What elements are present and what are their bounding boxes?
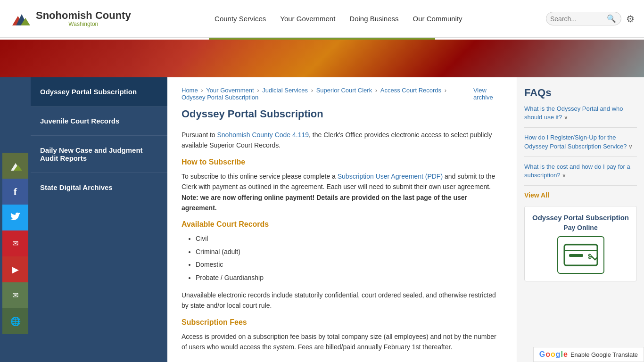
- intro-text-before: Pursuant to: [182, 131, 217, 139]
- breadcrumb-sep4: ›: [375, 87, 379, 94]
- bold-note: Note: we are now offering online payment…: [182, 194, 467, 212]
- breadcrumb-your-gov[interactable]: Your Government: [206, 87, 254, 94]
- faq-question-2[interactable]: How do I Register/Sign-Up for the Odysse…: [524, 133, 637, 150]
- record-criminal: Criminal (adult): [196, 247, 503, 257]
- available-records-heading: Available Court Records: [182, 220, 503, 229]
- breadcrumb-sep2: ›: [257, 87, 261, 94]
- logo-icon: [9, 8, 32, 30]
- payment-icon: $: [562, 241, 600, 269]
- sidebar-item-odyssey[interactable]: Odyssey Portal Subscription: [31, 77, 167, 107]
- nav-doing-business[interactable]: Doing Business: [349, 15, 398, 23]
- google-g-red2: e: [563, 350, 568, 359]
- search-input[interactable]: [550, 15, 607, 23]
- twitter-icon[interactable]: [2, 205, 28, 230]
- search-box: 🔍: [546, 12, 621, 25]
- page-title: Odyssey Portal Subscription: [182, 108, 503, 120]
- breadcrumb-sep5: ›: [445, 87, 446, 94]
- right-sidebar: FAQs What is the Odyssey Portal and who …: [517, 77, 644, 362]
- google-g-red: o: [545, 350, 550, 359]
- site-state: Washington: [36, 21, 131, 27]
- social-strip: f ✉ ▶ ✉ 🌐: [0, 153, 31, 334]
- logo-text: Snohomish County Washington: [36, 10, 131, 27]
- nav-county-services[interactable]: County Services: [215, 15, 266, 23]
- site-header: Snohomish County Washington County Servi…: [0, 0, 644, 38]
- header-right: 🔍 ⚙: [546, 12, 635, 25]
- pay-online-box: Odyssey Portal Subscription Pay Online $: [524, 206, 637, 281]
- chevron-down-icon-1: ∨: [564, 114, 568, 122]
- facebook-icon[interactable]: f: [2, 179, 28, 205]
- sidebar-item-daily-reports[interactable]: Daily New Case and Judgment Audit Report…: [31, 136, 167, 173]
- chevron-down-icon-3: ∨: [562, 172, 566, 180]
- globe-icon[interactable]: 🌐: [2, 308, 28, 334]
- breadcrumb-odyssey[interactable]: Odyssey Portal Subscription: [182, 94, 258, 101]
- google-g-blue2: g: [556, 350, 561, 359]
- subscribe-text-before: To subscribe to this online service plea…: [182, 173, 338, 180]
- google-translate-bar[interactable]: Google Enable Google Translate: [533, 347, 644, 362]
- pay-online-button[interactable]: $: [557, 236, 604, 274]
- chevron-down-icon-2: ∨: [628, 143, 633, 151]
- faq-question-1[interactable]: What is the Odyssey Portal and who shoul…: [524, 105, 637, 122]
- breadcrumb-path: Home › Your Government › Judicial Servic…: [182, 87, 473, 101]
- breadcrumb-home[interactable]: Home: [182, 87, 198, 94]
- svg-rect-7: [569, 254, 583, 257]
- breadcrumb-access-records[interactable]: Access Court Records: [380, 87, 441, 94]
- main-nav: County Services Your Government Doing Bu…: [215, 15, 462, 23]
- google-g-green: l: [561, 350, 563, 359]
- faq-item-2: How do I Register/Sign-Up for the Odysse…: [524, 133, 637, 156]
- record-probate: Probate / Guardianship: [196, 272, 503, 283]
- site-name: Snohomish County: [36, 10, 131, 21]
- view-archive-link[interactable]: View archive: [473, 87, 503, 101]
- breadcrumb: Home › Your Government › Judicial Servic…: [182, 87, 503, 101]
- contact2-icon[interactable]: ✉: [2, 230, 28, 256]
- settings-button[interactable]: ⚙: [626, 13, 635, 25]
- faqs-heading: FAQs: [524, 87, 637, 99]
- search-button[interactable]: 🔍: [607, 14, 616, 23]
- main-content: Home › Your Government › Judicial Servic…: [167, 77, 517, 362]
- logo[interactable]: Snohomish County Washington: [9, 8, 131, 30]
- faq-item-3: What is the cost and how do I pay for a …: [524, 163, 637, 186]
- nav-your-government[interactable]: Your Government: [280, 15, 335, 23]
- breadcrumb-superior-clerk[interactable]: Superior Court Clerk: [316, 87, 372, 94]
- subscribe-paragraph: To subscribe to this online service plea…: [182, 171, 503, 214]
- email-icon[interactable]: ✉: [2, 282, 28, 308]
- translate-label: Enable Google Translate: [570, 351, 638, 358]
- breadcrumb-sep3: ›: [311, 87, 315, 94]
- record-civil: Civil: [196, 233, 503, 244]
- faq-item-1: What is the Odyssey Portal and who shoul…: [524, 105, 637, 128]
- pay-online-title: Odyssey Portal Subscription: [532, 214, 629, 222]
- records-disclaimer: Unavailable electronic records include s…: [182, 290, 503, 311]
- google-g-blue: G: [539, 350, 545, 359]
- nav-our-community[interactable]: Our Community: [413, 15, 462, 23]
- county-code-link[interactable]: Snohomish County Code 4.119: [217, 131, 309, 139]
- court-records-list: Civil Criminal (adult) Domestic Probate …: [196, 233, 503, 283]
- google-logo: Google: [539, 350, 568, 359]
- breadcrumb-judicial[interactable]: Judicial Services: [262, 87, 308, 94]
- intro-paragraph: Pursuant to Snohomish County Code 4.119,…: [182, 130, 503, 151]
- youtube-icon[interactable]: ▶: [2, 256, 28, 282]
- body-wrapper: f ✉ ▶ ✉ 🌐 Odyssey Portal Subscription Ju…: [0, 77, 644, 362]
- breadcrumb-sep1: ›: [201, 87, 205, 94]
- sidebar-item-juvenile[interactable]: Juvenile Court Records: [31, 107, 167, 136]
- mountains-social-icon[interactable]: [2, 153, 28, 179]
- pay-online-subtitle: Pay Online: [532, 224, 629, 231]
- record-domestic: Domestic: [196, 259, 503, 270]
- how-to-subscribe-heading: How to Subscribe: [182, 158, 503, 166]
- view-all-link[interactable]: View All: [524, 191, 637, 199]
- faq-question-3[interactable]: What is the cost and how do I pay for a …: [524, 163, 637, 180]
- sidebar-item-digital-archives[interactable]: State Digital Archives: [31, 173, 167, 202]
- google-g-yellow: o: [551, 350, 555, 359]
- subscription-fees-heading: Subscription Fees: [182, 318, 503, 327]
- hero-image: [0, 40, 644, 77]
- user-agreement-link[interactable]: Subscription User Agreement (PDF): [338, 173, 443, 180]
- fees-text: Access is provided on a subscription fee…: [182, 331, 503, 353]
